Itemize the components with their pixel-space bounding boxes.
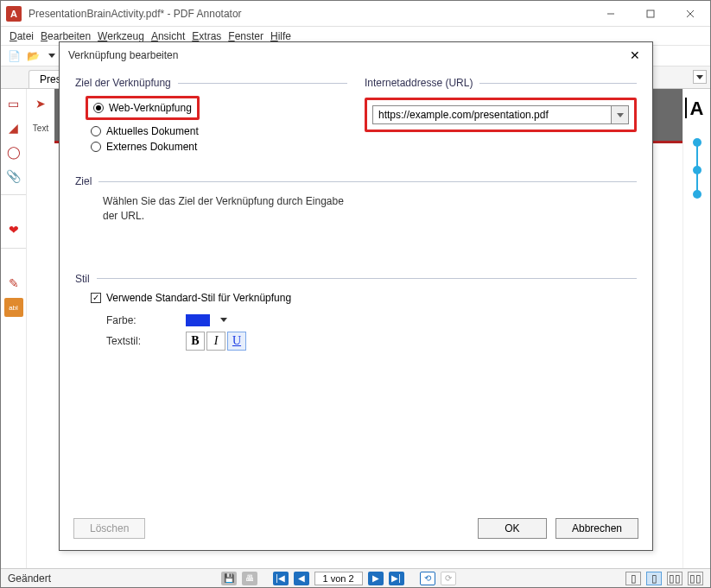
sb-first-page[interactable]: |◀ — [273, 572, 289, 585]
use-default-style-label: Verwende Standard-Stil für Verknüpfung — [106, 292, 291, 304]
ziel-hint: Wählen Sie das Ziel der Verknüpfung durc… — [103, 194, 345, 224]
sb-back-icon[interactable]: ⟲ — [420, 572, 435, 585]
stil-group: Stil ✓ Verwende Standard-Stil für Verknü… — [75, 273, 637, 351]
left-toolbars: ▭ ◢ ◯ 📎 ❤ ✎ abl ➤ Text — [1, 89, 54, 568]
ziel-heading: Ziel — [75, 175, 92, 187]
view-mode-3[interactable]: ▯▯ — [667, 572, 682, 585]
radio-current-doc[interactable] — [91, 126, 101, 136]
highlight-web-link: Web-Verknüpfung — [86, 96, 200, 120]
url-input[interactable] — [372, 105, 612, 124]
svg-rect-1 — [647, 10, 654, 17]
cancel-button[interactable]: Abbrechen — [555, 518, 638, 539]
clip-icon[interactable]: 📎 — [4, 167, 23, 186]
radio-web-link-label: Web-Verknüpfung — [109, 102, 192, 114]
tab-dropdown[interactable] — [693, 70, 707, 84]
sb-last-page[interactable]: ▶| — [389, 572, 404, 585]
color-label: Farbe: — [106, 314, 175, 326]
color-dropdown-icon[interactable] — [220, 318, 227, 322]
close-window-button[interactable] — [670, 1, 710, 27]
use-default-style-checkbox[interactable]: ✓ — [91, 293, 101, 303]
sb-save-icon[interactable]: 💾 — [221, 572, 237, 585]
dialog-title: Verknüpfung bearbeiten — [68, 49, 178, 61]
view-mode-2[interactable]: ▯ — [646, 572, 662, 585]
abl-icon[interactable]: abl — [4, 298, 23, 317]
delete-button[interactable]: Löschen — [73, 518, 145, 539]
title-bar: A PresentationBrainActivity.pdf* - PDF A… — [1, 1, 710, 27]
connector-preview — [696, 142, 698, 194]
dialog-footer: Löschen OK Abbrechen — [60, 514, 652, 550]
status-text: Geändert — [8, 572, 51, 585]
url-heading: Internetaddresse (URL) — [365, 77, 473, 89]
sb-next-page[interactable]: ▶ — [368, 572, 384, 585]
heart-icon[interactable]: ❤ — [4, 220, 23, 239]
highlight-url-field — [365, 98, 637, 132]
panel-icon[interactable]: ▭ — [4, 94, 23, 113]
stil-heading: Stil — [75, 273, 90, 285]
pen-panel-icon[interactable]: ◢ — [4, 118, 23, 137]
shape-panel-icon[interactable]: ◯ — [4, 142, 23, 161]
dialog-title-bar: Verknüpfung bearbeiten ✕ — [60, 42, 652, 68]
right-toolbar: A — [682, 89, 710, 568]
menu-tool[interactable]: Werkzeug — [98, 30, 144, 42]
edit-link-dialog: Verknüpfung bearbeiten ✕ Ziel der Verknü… — [59, 41, 653, 551]
minimize-button[interactable] — [591, 1, 631, 27]
view-mode-4[interactable]: ▯▯ — [688, 572, 703, 585]
dialog-close-button[interactable]: ✕ — [626, 47, 644, 64]
pointer-tool-icon[interactable]: ➤ — [31, 94, 50, 113]
textstyle-label: Textstil: — [106, 335, 175, 347]
radio-external-doc-label: Externes Dokument — [106, 141, 197, 153]
menu-window[interactable]: Fenster — [228, 30, 263, 42]
window-title: PresentationBrainActivity.pdf* - PDF Ann… — [29, 8, 242, 20]
link-target-heading: Ziel der Verknüpfung — [75, 77, 171, 89]
ok-button[interactable]: OK — [478, 518, 547, 539]
link-target-group: Ziel der Verknüpfung Web-Verknüpfung Akt… — [75, 77, 347, 153]
url-group: Internetaddresse (URL) — [365, 77, 637, 132]
open-folder-icon[interactable]: 📂 — [25, 48, 41, 64]
sb-print-icon[interactable]: 🖶 — [242, 572, 257, 585]
menu-edit[interactable]: Bearbeiten — [41, 30, 91, 42]
radio-external-doc[interactable] — [91, 142, 101, 152]
app-icon: A — [6, 6, 22, 22]
status-bar: Geändert 💾 🖶 |◀ ◀ ▶ ▶| ⟲ ⟳ ▯ ▯ ▯▯ ▯▯ — [1, 568, 710, 587]
menu-help[interactable]: Hilfe — [270, 30, 291, 42]
menu-view[interactable]: Ansicht — [151, 30, 185, 42]
maximize-button[interactable] — [631, 1, 670, 27]
ziel-group: Ziel Wählen Sie das Ziel der Verknüpfung… — [75, 175, 637, 224]
dropdown-icon[interactable] — [44, 48, 60, 64]
color-swatch[interactable] — [186, 314, 210, 326]
new-doc-icon[interactable]: 📄 — [6, 48, 22, 64]
view-mode-1[interactable]: ▯ — [625, 572, 641, 585]
sb-forward-icon[interactable]: ⟳ — [441, 572, 456, 585]
bold-button[interactable]: B — [186, 332, 205, 351]
sb-prev-page[interactable]: ◀ — [294, 572, 309, 585]
menu-extras[interactable]: Extras — [192, 30, 221, 42]
underline-button[interactable]: U — [227, 332, 246, 351]
menu-file[interactable]: Datei — [10, 30, 34, 42]
radio-current-doc-label: Aktuelles Dokument — [106, 125, 199, 137]
url-dropdown-button[interactable] — [612, 105, 629, 124]
page-indicator[interactable] — [314, 572, 363, 585]
text-style-icon[interactable]: A — [690, 98, 704, 120]
italic-button[interactable]: I — [206, 332, 225, 351]
radio-web-link[interactable] — [93, 103, 104, 113]
text-tool-label[interactable]: Text — [31, 118, 50, 137]
pencil-icon[interactable]: ✎ — [4, 274, 23, 293]
